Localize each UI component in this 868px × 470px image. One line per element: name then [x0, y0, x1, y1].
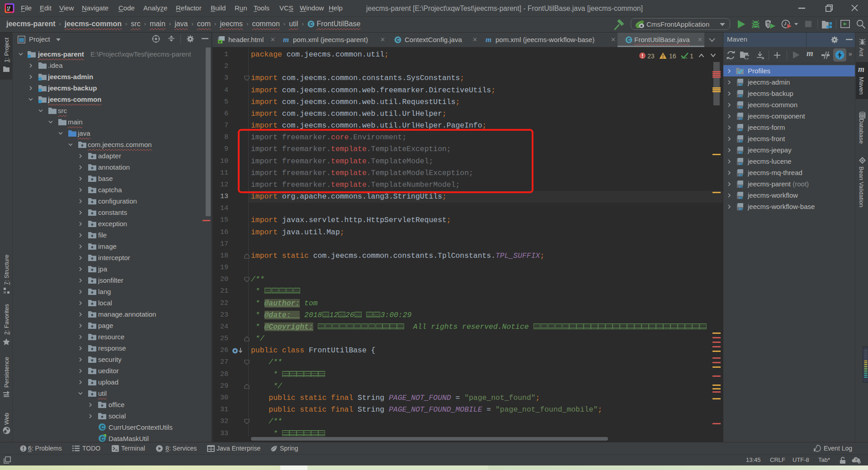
svg-text:C: C [627, 37, 631, 43]
svg-text:C: C [310, 21, 313, 27]
svg-text:C: C [100, 424, 104, 430]
svg-text:m: m [739, 161, 743, 166]
svg-text:m: m [739, 115, 743, 120]
svg-text:m: m [739, 172, 743, 177]
svg-text:m: m [739, 206, 743, 211]
svg-text:IJ: IJ [7, 5, 10, 9]
svg-text:m: m [739, 104, 743, 109]
svg-text:m: m [739, 93, 743, 98]
svg-text:C: C [396, 37, 400, 43]
svg-text:m: m [739, 127, 743, 132]
svg-text:C: C [100, 435, 104, 442]
svg-text:H: H [219, 40, 221, 43]
svg-text:m: m [739, 149, 743, 154]
svg-text:m: m [739, 81, 743, 86]
svg-text:m: m [739, 183, 743, 188]
svg-text:?: ? [855, 458, 858, 462]
svg-text:m: m [739, 138, 743, 143]
svg-text:m: m [739, 195, 743, 199]
